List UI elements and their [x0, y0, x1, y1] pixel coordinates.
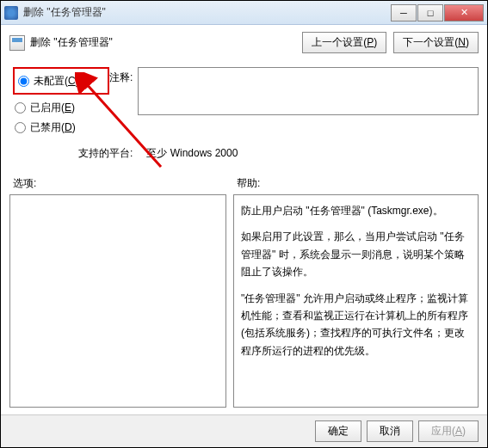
help-p1: 防止用户启动 "任务管理器" (Taskmgr.exe)。: [241, 202, 471, 219]
platform-row: 支持的平台: 至少 Windows 2000: [78, 146, 479, 161]
radio-unconfigured[interactable]: 未配置(C): [16, 71, 106, 91]
platform-value: 至少 Windows 2000: [146, 146, 238, 161]
help-label: 帮助:: [233, 176, 260, 191]
content-area: 删除 "任务管理器" 上一个设置(P) 下一个设置(N) 未配置(C) 已启用(…: [1, 25, 487, 414]
apply-button[interactable]: 应用(A): [418, 420, 479, 442]
window-controls: ─ □ ✕: [391, 4, 484, 21]
config-row: 未配置(C) 已启用(E) 已禁用(D) 注释:: [9, 67, 479, 138]
titlebar: 删除 "任务管理器" ─ □ ✕: [1, 1, 487, 25]
comment-label: 注释:: [109, 67, 133, 138]
options-label: 选项:: [9, 176, 233, 191]
options-panel: [9, 194, 226, 408]
dialog-window: 删除 "任务管理器" ─ □ ✕ 删除 "任务管理器" 上一个设置(P) 下一个…: [0, 0, 488, 448]
radio-group: 未配置(C) 已启用(E) 已禁用(D): [9, 67, 109, 138]
comment-textbox[interactable]: [138, 67, 479, 115]
radio-unconfigured-input[interactable]: [18, 76, 29, 87]
maximize-button[interactable]: □: [417, 4, 443, 21]
comment-area: 注释:: [109, 67, 479, 138]
help-p2: 如果启用了此设置，那么，当用户尝试启动 "任务管理器" 时，系统会显示一则消息，…: [241, 228, 471, 280]
header-row: 删除 "任务管理器" 上一个设置(P) 下一个设置(N): [9, 32, 479, 53]
window-title: 删除 "任务管理器": [23, 5, 391, 20]
help-panel: 防止用户启动 "任务管理器" (Taskmgr.exe)。 如果启用了此设置，那…: [233, 194, 479, 408]
minimize-button[interactable]: ─: [391, 4, 417, 21]
prev-setting-button[interactable]: 上一个设置(P): [302, 32, 386, 53]
close-button[interactable]: ✕: [444, 4, 484, 21]
cancel-button[interactable]: 取消: [367, 420, 413, 442]
radio-enabled[interactable]: 已启用(E): [13, 98, 109, 118]
nav-buttons: 上一个设置(P) 下一个设置(N): [302, 32, 479, 53]
panels-row: 防止用户启动 "任务管理器" (Taskmgr.exe)。 如果启用了此设置，那…: [9, 194, 479, 408]
radio-enabled-input[interactable]: [15, 102, 26, 114]
policy-title: 删除 "任务管理器": [30, 35, 302, 50]
help-p3: "任务管理器" 允许用户启动或终止程序；监视计算机性能；查看和监视正运行在计算机…: [241, 290, 471, 360]
highlight-box: 未配置(C): [13, 67, 109, 95]
section-labels: 选项: 帮助:: [9, 176, 479, 191]
platform-label: 支持的平台:: [78, 146, 133, 161]
radio-disabled[interactable]: 已禁用(D): [13, 118, 109, 138]
radio-disabled-input[interactable]: [15, 122, 26, 133]
policy-icon: [9, 35, 25, 51]
app-icon: [4, 6, 18, 20]
footer: 确定 取消 应用(A): [1, 414, 487, 447]
ok-button[interactable]: 确定: [315, 420, 361, 442]
next-setting-button[interactable]: 下一个设置(N): [393, 32, 479, 53]
